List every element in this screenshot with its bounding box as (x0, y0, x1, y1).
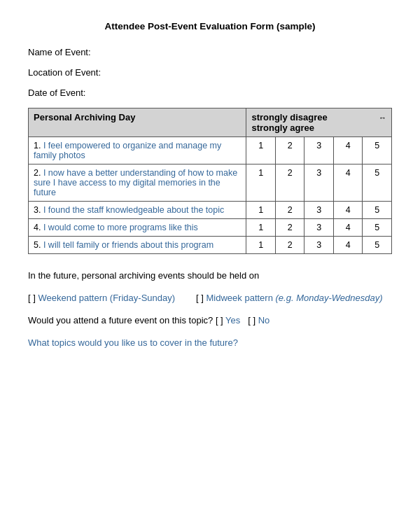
rating-cell: 2 (275, 237, 304, 254)
date-of-event-field: Date of Event: (28, 88, 392, 98)
rating-cell: 5 (363, 164, 392, 202)
name-label: Name of Event: (28, 47, 91, 57)
rating-cell: 1 (246, 219, 276, 237)
form-title: Attendee Post-Event Evaluation Form (sam… (28, 21, 392, 31)
rating-cell: 4 (333, 137, 363, 164)
rating-cell: 2 (275, 164, 304, 202)
table-row: 5. I will tell family or friends about t… (29, 237, 392, 254)
rating-cell: 5 (363, 237, 392, 254)
table-row: 4. I would come to more programs like th… (29, 219, 392, 237)
location-label: Location of Event: (28, 67, 101, 78)
rating-cell: 5 (363, 202, 392, 219)
evaluation-table-wrap: Personal Archiving Day strongly disagree… (28, 108, 392, 254)
date-label: Date of Event: (28, 88, 85, 98)
rating-cell: 4 (333, 202, 363, 219)
rating-cell: 3 (304, 164, 334, 202)
rating-cell: 5 (363, 137, 392, 164)
rating-cell: 3 (304, 137, 334, 164)
rating-cell: 4 (333, 164, 363, 202)
table-header-scale: strongly disagree ↔ strongly agree (246, 108, 392, 137)
table-row: 3. I found the staff knowledgeable about… (29, 202, 392, 219)
table-header-row: Personal Archiving Day strongly disagree… (29, 108, 392, 137)
rating-cell: 2 (275, 137, 304, 164)
rating-cell: 4 (333, 237, 363, 254)
table-row: 1. I feel empowered to organize and mana… (29, 137, 392, 164)
rating-cell: 2 (275, 219, 304, 237)
rating-cell: 2 (275, 202, 304, 219)
rating-cell: 4 (333, 219, 363, 237)
topics-question: What topics would you like us to cover i… (28, 335, 392, 351)
rating-cell: 1 (246, 164, 276, 202)
rating-cell: 5 (363, 219, 392, 237)
rating-cell: 3 (304, 237, 334, 254)
rating-cell: 1 (246, 237, 276, 254)
rating-cell: 1 (246, 137, 276, 164)
name-of-event-field: Name of Event: (28, 47, 392, 57)
rating-cell: 3 (304, 219, 334, 237)
rating-cell: 3 (304, 202, 334, 219)
attend-future-event-line: Would you attend a future event on this … (28, 313, 392, 328)
future-hold-text: In the future, personal archiving events… (28, 268, 392, 284)
weekend-option[interactable]: [ ] Weekend pattern (Friday-Sunday) (28, 290, 175, 306)
pattern-options-row: [ ] Weekend pattern (Friday-Sunday) [ ] … (28, 290, 392, 306)
midweek-option[interactable]: [ ] Midweek pattern (e.g. Monday-Wednesd… (196, 290, 382, 306)
table-row: 2. I now have a better understanding of … (29, 164, 392, 202)
bottom-section: In the future, personal archiving events… (28, 268, 392, 351)
rating-cell: 1 (246, 202, 276, 219)
table-header-event: Personal Archiving Day (29, 108, 246, 137)
evaluation-table: Personal Archiving Day strongly disagree… (28, 108, 392, 254)
location-of-event-field: Location of Event: (28, 67, 392, 78)
